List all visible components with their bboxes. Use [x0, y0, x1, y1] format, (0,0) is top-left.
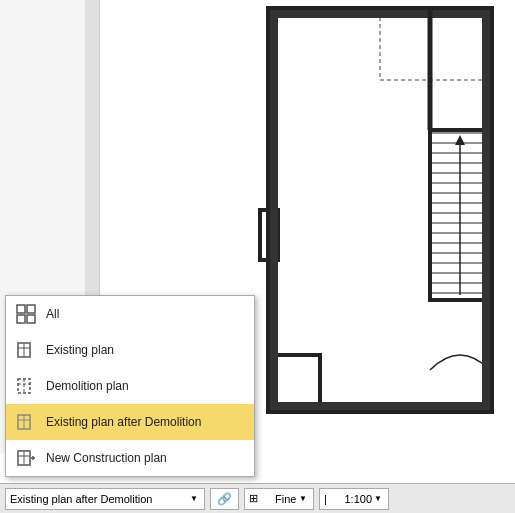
svg-rect-27: [270, 402, 490, 410]
resolution-dropdown-arrow: ▼: [297, 493, 309, 505]
svg-rect-29: [482, 10, 490, 410]
scale-value: 1:100: [344, 493, 372, 505]
dropdown-menu: All Existing plan Demolition: [5, 295, 255, 477]
menu-item-existing-after[interactable]: Existing plan after Demolition: [6, 404, 254, 440]
menu-item-demolition[interactable]: Demolition plan: [6, 368, 254, 404]
plan-dropdown[interactable]: Existing plan after Demolition ▼: [5, 488, 205, 510]
plan-dropdown-arrow: ▼: [188, 493, 200, 505]
svg-rect-32: [27, 305, 35, 313]
svg-rect-31: [17, 305, 25, 313]
resolution-value: Fine: [275, 493, 297, 505]
scale-dropdown[interactable]: | 1:100 ▼: [319, 488, 389, 510]
menu-item-demolition-label: Demolition plan: [46, 379, 129, 393]
menu-item-new-construction-label: New Construction plan: [46, 451, 167, 465]
menu-item-new-construction[interactable]: New Construction plan: [6, 440, 254, 476]
scale-dropdown-arrow: ▼: [372, 493, 384, 505]
new-icon: [14, 446, 38, 470]
svg-rect-28: [270, 10, 278, 410]
svg-rect-34: [27, 315, 35, 323]
scale-prefix: |: [324, 493, 340, 505]
status-bar: Existing plan after Demolition ▼ 🔗 ⊞ Fin…: [0, 483, 515, 513]
svg-rect-33: [17, 315, 25, 323]
menu-item-all-label: All: [46, 307, 59, 321]
menu-item-existing-label: Existing plan: [46, 343, 114, 357]
resolution-dropdown[interactable]: ⊞ Fine ▼: [244, 488, 314, 510]
svg-rect-26: [270, 10, 490, 18]
existing-icon: [14, 338, 38, 362]
demo-icon: [14, 374, 38, 398]
link-button[interactable]: 🔗: [210, 488, 239, 510]
plan-dropdown-value: Existing plan after Demolition: [10, 493, 188, 505]
link-icon: 🔗: [217, 492, 232, 506]
resolution-icon: ⊞: [249, 492, 271, 505]
menu-item-existing[interactable]: Existing plan: [6, 332, 254, 368]
menu-item-existing-after-label: Existing plan after Demolition: [46, 415, 201, 429]
after-icon: [14, 410, 38, 434]
canvas-area: All Existing plan Demolition: [0, 0, 515, 483]
menu-item-all[interactable]: All: [6, 296, 254, 332]
all-icon: [14, 302, 38, 326]
